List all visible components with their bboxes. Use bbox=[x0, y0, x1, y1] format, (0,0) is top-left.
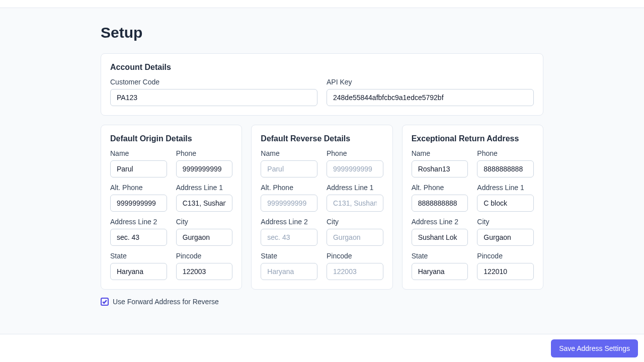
reverse-state-label: State bbox=[261, 252, 317, 260]
reverse-city-input[interactable] bbox=[327, 229, 383, 246]
reverse-phone-input[interactable] bbox=[327, 160, 383, 177]
footer-bar: Save Address Settings bbox=[0, 334, 644, 362]
origin-name-input[interactable] bbox=[110, 160, 167, 177]
exception-section-title: Exceptional Return Address bbox=[412, 134, 534, 143]
check-icon bbox=[102, 299, 107, 304]
account-details-card: Account Details Customer Code API Key bbox=[101, 53, 543, 116]
reverse-phone-label: Phone bbox=[327, 149, 383, 157]
exception-altphone-input[interactable] bbox=[412, 195, 468, 212]
customer-code-field: Customer Code bbox=[110, 78, 317, 106]
forward-reverse-checkbox-label: Use Forward Address for Reverse bbox=[113, 298, 219, 306]
exception-addr1-label: Address Line 1 bbox=[477, 184, 534, 192]
origin-addr1-label: Address Line 1 bbox=[176, 184, 233, 192]
reverse-addr1-input[interactable] bbox=[327, 195, 383, 212]
origin-city-input[interactable] bbox=[176, 229, 233, 246]
top-border bbox=[0, 0, 644, 8]
origin-altphone-label: Alt. Phone bbox=[110, 184, 167, 192]
exception-pincode-label: Pincode bbox=[477, 252, 534, 260]
main-content: Setup Account Details Customer Code API … bbox=[0, 8, 644, 306]
api-key-label: API Key bbox=[327, 78, 534, 86]
origin-addr2-input[interactable] bbox=[110, 229, 167, 246]
exception-addr2-input[interactable] bbox=[412, 229, 468, 246]
reverse-addr2-input[interactable] bbox=[261, 229, 317, 246]
reverse-altphone-input[interactable] bbox=[261, 195, 317, 212]
origin-name-label: Name bbox=[110, 149, 167, 157]
reverse-name-input[interactable] bbox=[261, 160, 317, 177]
origin-section-title: Default Origin Details bbox=[110, 134, 232, 143]
save-address-settings-button[interactable]: Save Address Settings bbox=[551, 339, 638, 357]
page-title: Setup bbox=[101, 24, 543, 41]
forward-reverse-checkbox-row: Use Forward Address for Reverse bbox=[101, 298, 543, 306]
reverse-pincode-label: Pincode bbox=[327, 252, 383, 260]
api-key-field: API Key bbox=[327, 78, 534, 106]
reverse-section-title: Default Reverse Details bbox=[261, 134, 383, 143]
origin-city-label: City bbox=[176, 218, 233, 226]
reverse-city-label: City bbox=[327, 218, 383, 226]
exception-state-input[interactable] bbox=[412, 263, 468, 280]
origin-addr2-label: Address Line 2 bbox=[110, 218, 167, 226]
forward-reverse-checkbox[interactable] bbox=[101, 298, 109, 306]
reverse-altphone-label: Alt. Phone bbox=[261, 184, 317, 192]
exception-city-label: City bbox=[477, 218, 534, 226]
origin-addr1-input[interactable] bbox=[176, 195, 233, 212]
exception-addr2-label: Address Line 2 bbox=[412, 218, 468, 226]
origin-state-input[interactable] bbox=[110, 263, 167, 280]
origin-pincode-label: Pincode bbox=[176, 252, 233, 260]
reverse-details-card: Default Reverse Details Name Phone Alt. … bbox=[251, 125, 392, 290]
exception-city-input[interactable] bbox=[477, 229, 534, 246]
api-key-input[interactable] bbox=[327, 89, 534, 106]
origin-phone-input[interactable] bbox=[176, 160, 233, 177]
origin-details-card: Default Origin Details Name Phone Alt. P… bbox=[101, 125, 242, 290]
exception-state-label: State bbox=[412, 252, 468, 260]
origin-altphone-input[interactable] bbox=[110, 195, 167, 212]
exception-name-input[interactable] bbox=[412, 160, 468, 177]
customer-code-input[interactable] bbox=[110, 89, 317, 106]
account-section-title: Account Details bbox=[110, 63, 534, 72]
exception-phone-label: Phone bbox=[477, 149, 534, 157]
reverse-name-label: Name bbox=[261, 149, 317, 157]
reverse-state-input[interactable] bbox=[261, 263, 317, 280]
origin-phone-label: Phone bbox=[176, 149, 233, 157]
exception-phone-input[interactable] bbox=[477, 160, 534, 177]
reverse-pincode-input[interactable] bbox=[327, 263, 383, 280]
exception-addr1-input[interactable] bbox=[477, 195, 534, 212]
reverse-addr1-label: Address Line 1 bbox=[327, 184, 383, 192]
customer-code-label: Customer Code bbox=[110, 78, 317, 86]
exception-altphone-label: Alt. Phone bbox=[412, 184, 468, 192]
exception-name-label: Name bbox=[412, 149, 468, 157]
exception-pincode-input[interactable] bbox=[477, 263, 534, 280]
reverse-addr2-label: Address Line 2 bbox=[261, 218, 317, 226]
exception-details-card: Exceptional Return Address Name Phone Al… bbox=[402, 125, 543, 290]
origin-state-label: State bbox=[110, 252, 167, 260]
origin-pincode-input[interactable] bbox=[176, 263, 233, 280]
